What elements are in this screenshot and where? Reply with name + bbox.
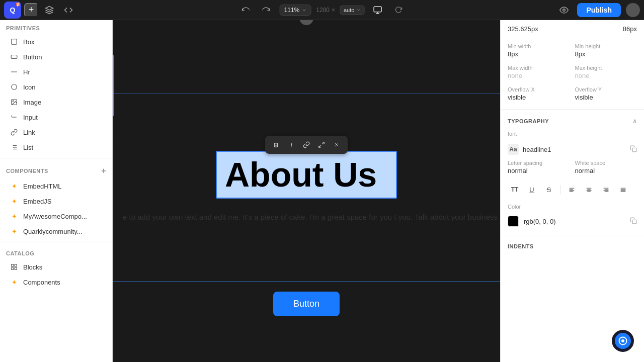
sidebar-item-blocks[interactable]: Blocks <box>3 260 109 274</box>
font-selector-row[interactable]: Aa headline1 <box>501 141 644 158</box>
svg-marker-0 <box>46 6 53 10</box>
format-tt-button[interactable]: TT <box>508 183 522 197</box>
sidebar-item-image[interactable]: Image <box>3 95 109 109</box>
svg-rect-21 <box>15 267 17 269</box>
logo-button[interactable]: Q β <box>4 2 21 19</box>
min-width-field: Min width 8px <box>508 43 570 58</box>
align-left-button[interactable] <box>565 183 579 197</box>
body-text[interactable]: e to add your own text and edit me. It's… <box>113 211 500 223</box>
sidebar-item-box[interactable]: Box <box>3 35 109 49</box>
sidebar-item-list[interactable]: List <box>3 140 109 154</box>
topbar-center: 111% 1280 × auto <box>237 2 407 18</box>
font-name: headline1 <box>523 146 626 153</box>
sidebar-item-button[interactable]: Button <box>3 50 109 64</box>
sidebar-item-components-catalog[interactable]: ✦ Components <box>3 275 109 289</box>
sidebar-item-embedhtml[interactable]: ✦ EmbedHTML <box>3 179 109 193</box>
help-fab[interactable] <box>612 330 634 352</box>
input-icon <box>10 113 18 121</box>
svg-line-23 <box>322 142 324 144</box>
format-separator <box>560 185 560 194</box>
divider-2 <box>0 242 112 242</box>
expand-button[interactable] <box>314 138 329 152</box>
canvas-button[interactable]: Button <box>273 292 340 316</box>
svg-point-4 <box>563 9 566 11</box>
refresh-button[interactable] <box>390 2 407 18</box>
topbar: Q β + 111% <box>0 0 644 20</box>
components-catalog-icon: ✦ <box>10 278 18 286</box>
sidebar-item-input[interactable]: Input <box>3 110 109 124</box>
undo-button[interactable] <box>237 2 254 18</box>
code-button[interactable] <box>60 2 76 18</box>
about-us-heading[interactable]: About Us <box>225 155 377 194</box>
format-underline-button[interactable]: U <box>525 183 539 197</box>
align-right-button[interactable] <box>599 183 613 197</box>
publish-button[interactable]: Publish <box>577 3 621 17</box>
font-icon: Aa <box>508 144 519 155</box>
min-width-label: Min width <box>508 43 570 49</box>
overflow-x-field: Overflow X visible <box>508 86 570 101</box>
add-component-button[interactable]: + <box>101 166 106 175</box>
sidebar-item-embedjs[interactable]: ✦ EmbedJS <box>3 194 109 208</box>
help-fab-icon <box>615 333 631 349</box>
primitives-section-header: PRIMITIVES <box>0 20 112 34</box>
topbar-left: Q β + <box>4 2 76 19</box>
max-height-field: Max height none <box>575 65 637 79</box>
letter-spacing-value[interactable]: normal <box>508 167 570 174</box>
letter-spacing-field: Letter spacing normal <box>508 160 570 174</box>
svg-line-24 <box>319 145 321 147</box>
font-copy-icon[interactable] <box>630 145 637 154</box>
device-toggle[interactable] <box>369 2 385 18</box>
min-width-value[interactable]: 8px <box>508 50 570 58</box>
link-icon <box>10 128 18 136</box>
auto-height-control[interactable]: auto <box>340 6 364 15</box>
sidebar-item-icon[interactable]: Icon <box>3 80 109 94</box>
spacing-row: Letter spacing normal White space normal <box>501 158 644 179</box>
sidebar-item-myawesomecompo[interactable]: ✦ MyAwesomeCompo... <box>3 209 109 223</box>
sidebar-item-quarklycommunity[interactable]: ✦ Quarklycommunity... <box>3 224 109 238</box>
align-justify-button[interactable] <box>616 183 630 197</box>
color-copy-icon[interactable] <box>630 217 637 226</box>
canvas-inner: + B I About <box>113 20 500 362</box>
link-button[interactable] <box>299 138 313 152</box>
svg-rect-19 <box>12 264 14 266</box>
sidebar-item-hr[interactable]: Hr <box>3 65 109 79</box>
overflow-y-value[interactable]: visible <box>575 94 637 101</box>
typography-collapse-button[interactable]: ∧ <box>632 118 637 125</box>
divider-1 <box>0 158 112 158</box>
preview-button[interactable] <box>556 2 572 18</box>
min-height-value[interactable]: 8px <box>575 50 637 58</box>
about-us-selected-container: About Us <box>216 151 397 199</box>
italic-button[interactable]: I <box>284 138 298 152</box>
icon-icon <box>10 83 18 91</box>
add-element-button[interactable]: + <box>24 3 38 17</box>
svg-rect-1 <box>374 7 381 12</box>
overflow-y-label: Overflow Y <box>575 86 637 93</box>
user-avatar[interactable] <box>626 3 640 17</box>
white-space-value[interactable]: normal <box>575 167 637 174</box>
color-swatch[interactable] <box>508 216 519 227</box>
image-icon <box>10 98 18 106</box>
sidebar-item-link[interactable]: Link <box>3 125 109 139</box>
align-center-button[interactable] <box>582 183 596 197</box>
format-strikethrough-button[interactable]: S <box>542 183 556 197</box>
close-toolbar-button[interactable] <box>330 138 344 152</box>
zoom-control[interactable]: 111% <box>280 5 311 16</box>
max-height-value[interactable]: none <box>575 72 637 79</box>
text-toolbar: B I <box>265 136 348 154</box>
svg-rect-6 <box>11 55 17 59</box>
color-value[interactable]: rgb(0, 0, 0) <box>524 218 625 225</box>
max-width-value[interactable]: none <box>508 72 570 79</box>
svg-point-10 <box>13 101 14 102</box>
beta-badge: β <box>16 3 20 6</box>
right-panel: 325.625px 86px Min width 8px Min height … <box>500 20 644 362</box>
color-section-label: Color <box>501 200 644 213</box>
about-us-block[interactable]: About Us <box>216 151 397 199</box>
catalog-section-header: CATALOG <box>0 245 112 259</box>
layers-button[interactable] <box>41 2 57 18</box>
typography-section: TYPOGRAPHY ∧ font Aa headline1 Letter sp… <box>501 113 644 232</box>
svg-rect-5 <box>12 39 17 45</box>
button-icon <box>10 53 18 61</box>
redo-button[interactable] <box>259 2 275 18</box>
bold-button[interactable]: B <box>269 138 283 152</box>
overflow-x-value[interactable]: visible <box>508 94 570 101</box>
